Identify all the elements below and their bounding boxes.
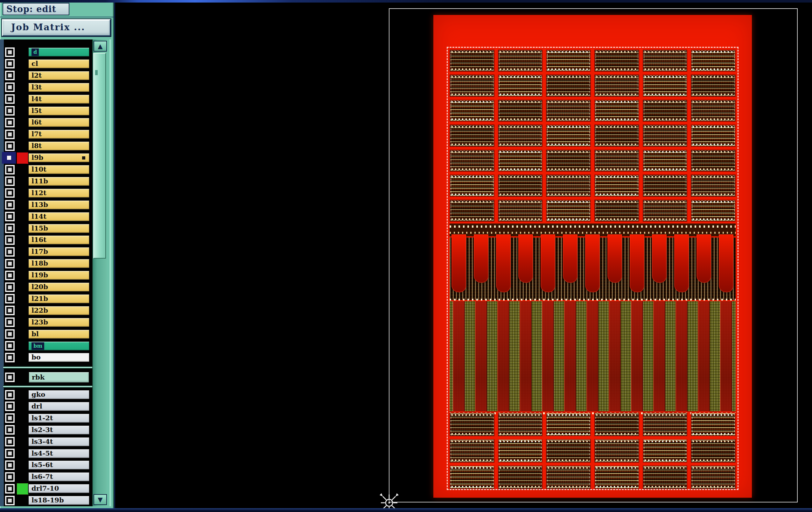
scroll-up-icon[interactable]: ▲ (93, 41, 107, 52)
layer-sidebar: Stop: edit Job Matrix ... d cl l2t l3t l… (0, 0, 114, 509)
layer-name-chip: bm (31, 342, 44, 350)
layer-visibility-checkbox[interactable] (2, 152, 16, 164)
layer-button[interactable]: l10t (28, 165, 90, 174)
layer-visibility-checkbox[interactable] (5, 271, 14, 280)
selection-rectangle (389, 8, 798, 503)
layer-button[interactable]: l7t (28, 129, 90, 139)
layer-visibility-checkbox[interactable] (5, 390, 14, 400)
layer-color-swatch[interactable] (17, 152, 29, 164)
layer-button[interactable]: gko (28, 390, 90, 400)
layer-button[interactable]: l3t (28, 82, 90, 92)
layer-visibility-checkbox[interactable] (5, 306, 14, 315)
layer-button[interactable]: ls1-2t (28, 413, 90, 423)
layer-visibility-checkbox[interactable] (5, 82, 14, 92)
layer-button[interactable]: l13b (28, 200, 90, 210)
layer-visibility-checkbox[interactable] (5, 449, 14, 458)
layer-visibility-checkbox[interactable] (5, 235, 14, 245)
layer-visibility-checkbox[interactable] (5, 496, 14, 505)
layer-visibility-checkbox[interactable] (5, 118, 14, 127)
layer-visibility-checkbox[interactable] (5, 247, 14, 257)
layer-button[interactable]: bo (28, 352, 90, 362)
layer-visibility-checkbox[interactable] (5, 59, 14, 69)
layer-visibility-checkbox[interactable] (5, 425, 14, 435)
layer-button[interactable]: rbk (28, 371, 90, 383)
layer-button[interactable]: l5t (28, 106, 90, 116)
layer-button[interactable]: l23b (28, 318, 90, 327)
layer-button[interactable]: l17b (28, 247, 90, 257)
sidebar-canvas-divider (114, 3, 115, 508)
layer-visibility-checkbox[interactable] (5, 460, 14, 470)
layer-button[interactable]: drl (28, 402, 90, 411)
layer-button[interactable]: l9b (28, 153, 90, 163)
layer-button[interactable]: ls18-19b (28, 495, 90, 505)
layer-button[interactable]: bl (28, 329, 90, 339)
layer-button[interactable]: cl (28, 59, 90, 69)
layer-visibility-checkbox[interactable] (5, 48, 14, 57)
layer-button[interactable]: l14t (28, 212, 90, 222)
layer-visibility-checkbox[interactable] (5, 106, 14, 115)
layer-button[interactable]: l18b (28, 259, 90, 268)
layer-visibility-checkbox[interactable] (5, 329, 14, 339)
layer-button[interactable]: l21b (28, 294, 90, 304)
layer-visibility-checkbox[interactable] (5, 130, 14, 139)
layer-button[interactable]: ls3-4t (28, 437, 90, 447)
layer-button[interactable]: l22b (28, 306, 90, 316)
layer-visibility-checkbox[interactable] (5, 294, 14, 303)
layer-visibility-checkbox[interactable] (5, 437, 14, 447)
layer-button[interactable]: l11b (28, 177, 90, 186)
layer-visibility-checkbox[interactable] (5, 373, 14, 382)
layer-button[interactable]: l4t (28, 94, 90, 104)
layer-visibility-checkbox[interactable] (5, 402, 14, 411)
layer-button[interactable]: l6t (28, 117, 90, 127)
divider (0, 17, 114, 18)
layer-visibility-checkbox[interactable] (5, 141, 14, 151)
section-divider (3, 366, 93, 369)
layer-visibility-checkbox[interactable] (5, 353, 14, 362)
layer-marker (82, 156, 85, 160)
layer-button[interactable]: d (28, 47, 90, 57)
layer-visibility-checkbox[interactable] (5, 200, 14, 210)
layer-visibility-checkbox[interactable] (5, 223, 14, 233)
layer-visibility-checkbox[interactable] (5, 212, 14, 221)
layer-visibility-checkbox[interactable] (5, 165, 14, 174)
layer-button[interactable]: l16t (28, 235, 90, 245)
layer-button[interactable]: ls2-3t (28, 425, 90, 435)
layer-visibility-checkbox[interactable] (5, 188, 14, 198)
layer-visibility-checkbox[interactable] (5, 259, 14, 268)
window-top-edge (0, 0, 812, 3)
layer-button[interactable]: l12t (28, 188, 90, 198)
app-window: Stop: edit Job Matrix ... d cl l2t l3t l… (0, 0, 812, 512)
layer-button[interactable]: l8t (28, 141, 90, 151)
panel-ridge (110, 39, 111, 506)
layer-button[interactable]: l15b (28, 223, 90, 234)
layer-visibility-checkbox[interactable] (5, 71, 14, 80)
layer-button[interactable]: ls6-7t (28, 472, 90, 482)
layer-visibility-checkbox[interactable] (5, 318, 14, 327)
layer-visibility-checkbox[interactable] (5, 94, 14, 104)
layer-button[interactable]: ls5-6t (28, 460, 90, 470)
layer-button[interactable]: bm (28, 341, 90, 351)
layer-button[interactable]: drl7-10 (28, 484, 90, 493)
scroll-down-icon[interactable]: ▼ (93, 494, 107, 505)
section-divider (3, 385, 93, 388)
layer-visibility-checkbox[interactable] (5, 413, 14, 423)
layer-visibility-checkbox[interactable] (5, 177, 14, 186)
layer-name-chip: d (31, 48, 39, 56)
window-bottom-edge (0, 508, 812, 512)
stop-mode-button[interactable]: Stop: edit (3, 3, 69, 15)
layer-button[interactable]: l20b (28, 282, 90, 292)
layer-color-swatch[interactable] (17, 483, 29, 495)
layer-visibility-checkbox[interactable] (5, 282, 14, 292)
job-matrix-button[interactable]: Job Matrix ... (2, 19, 111, 36)
layer-button[interactable]: l2t (28, 71, 90, 81)
layer-visibility-checkbox[interactable] (5, 341, 14, 351)
layer-button[interactable]: ls4-5t (28, 449, 90, 459)
scrollbar-thumb[interactable] (93, 53, 106, 259)
layer-visibility-checkbox[interactable] (5, 484, 14, 493)
layer-visibility-checkbox[interactable] (5, 472, 14, 482)
layer-button[interactable]: l19b (28, 270, 90, 280)
